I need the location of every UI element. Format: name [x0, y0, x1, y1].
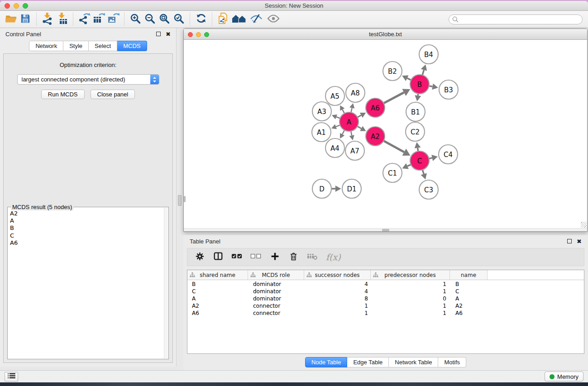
network-view-window: testGlobe.txt B4B2BB3A8A5A6A3B1AC2A1A2A4…	[183, 29, 588, 232]
delete-table-button[interactable]	[306, 251, 318, 263]
column-header-predecessor-nodes[interactable]: predecessor nodes	[371, 270, 450, 280]
delete-column-button[interactable]	[288, 252, 299, 263]
column-label: shared name	[200, 272, 235, 278]
graph-edge-B-B3[interactable]	[429, 86, 433, 86]
table-row[interactable]: Adominator80A	[187, 295, 584, 302]
graph-edge-A-A2[interactable]	[357, 126, 361, 129]
graph-edge-B-B2[interactable]	[407, 78, 411, 80]
graph-edge-C-C4[interactable]	[429, 158, 432, 159]
import-network-button[interactable]	[40, 12, 55, 27]
close-table-panel-icon[interactable]: ✖	[577, 238, 582, 244]
tab-network[interactable]: Network	[29, 41, 63, 51]
node-table-header: shared nameMCDS rolesuccessor nodesprede…	[187, 270, 584, 280]
graph-edge-B-B4[interactable]	[422, 70, 424, 75]
table-row[interactable]: A2connector11A2	[187, 302, 584, 310]
deselect-all-button[interactable]	[250, 252, 262, 262]
search-input[interactable]	[449, 14, 583, 24]
result-item[interactable]: A6	[9, 239, 163, 247]
table-row[interactable]: Bdominator41B	[187, 281, 584, 288]
zoom-selected-button[interactable]	[172, 12, 186, 27]
show-columns-button[interactable]	[213, 251, 224, 263]
tab-style[interactable]: Style	[63, 41, 89, 51]
zoom-network-button[interactable]	[204, 32, 209, 37]
zoom-out-button[interactable]	[143, 12, 157, 27]
result-item[interactable]: A2	[9, 210, 163, 217]
open-session-button[interactable]	[4, 12, 18, 27]
graph-edge-C-C2[interactable]	[418, 148, 418, 152]
graph-edge-A-A3[interactable]	[336, 117, 340, 118]
split-divider-vertical[interactable]	[177, 28, 183, 370]
memory-button[interactable]: Memory	[545, 372, 583, 381]
graph-edge-A6-B[interactable]	[384, 92, 404, 103]
tab-motifs[interactable]: Motifs	[438, 357, 466, 367]
column-model-icon	[190, 272, 195, 279]
export-table-icon	[92, 12, 105, 27]
float-panel-icon[interactable]	[156, 32, 161, 36]
create-column-button[interactable]	[269, 252, 280, 263]
zoom-fit-button[interactable]	[157, 12, 172, 27]
table-row[interactable]: A6connector11A6	[187, 310, 584, 317]
graph-edge-A-A6[interactable]	[358, 115, 361, 118]
home-view-button[interactable]	[230, 12, 248, 27]
table-panel-tabs: Node TableEdge TableNetwork TableMotifs	[305, 357, 466, 367]
result-item[interactable]: C	[9, 232, 163, 239]
vertical-scroll-thumb[interactable]	[184, 196, 186, 202]
result-scrollbar[interactable]	[164, 208, 168, 358]
zoom-window-button[interactable]	[23, 3, 28, 9]
split-divider-handle[interactable]	[178, 195, 182, 206]
graph-edge-A2-C[interactable]	[383, 141, 404, 152]
close-panel-button[interactable]: Close panel	[91, 90, 135, 99]
tab-network-table[interactable]: Network Table	[389, 357, 438, 367]
show-graphics-details-button[interactable]	[265, 12, 282, 27]
close-panel-icon[interactable]: ✖	[166, 31, 171, 37]
task-history-button[interactable]	[5, 372, 18, 381]
close-network-button[interactable]	[188, 32, 193, 37]
import-table-button[interactable]	[55, 12, 69, 27]
main-toolbar	[0, 11, 588, 28]
zoom-in-button[interactable]	[128, 12, 143, 27]
graph-edge-A-A4[interactable]	[342, 130, 344, 134]
graph-node-label-C: C	[417, 157, 422, 165]
export-table-button[interactable]	[91, 12, 106, 27]
graph-edge-A-A1[interactable]	[336, 125, 340, 127]
result-item[interactable]: B	[9, 224, 163, 232]
column-header-mcds-role[interactable]: MCDS role	[248, 270, 304, 280]
network-canvas[interactable]: B4B2BB3A8A5A6A3B1AC2A1A2A4A7C4CC1DD1C3	[184, 40, 587, 231]
refresh-layout-button[interactable]	[194, 12, 208, 27]
tab-node-table[interactable]: Node Table	[305, 357, 348, 367]
export-image-button[interactable]	[106, 12, 120, 27]
column-header-successor-nodes[interactable]: successor nodes	[304, 270, 371, 280]
hide-graphics-details-button[interactable]	[248, 12, 265, 27]
function-builder-button[interactable]: f(x)	[326, 252, 341, 262]
tab-mcds[interactable]: MCDS	[117, 41, 147, 51]
export-network-button[interactable]	[77, 12, 91, 27]
horizontal-scrollbar[interactable]	[184, 228, 587, 231]
graph-edge-C-C1[interactable]	[407, 165, 411, 167]
network-window-controls	[188, 32, 209, 37]
horizontal-scroll-thumb[interactable]	[382, 229, 389, 231]
copy-network-view-button[interactable]	[216, 12, 230, 27]
criterion-select[interactable]: largest connected component (directed)	[17, 74, 159, 85]
floppy-disk-icon	[20, 13, 31, 26]
table-settings-button[interactable]	[194, 252, 205, 263]
result-item[interactable]: A	[9, 217, 163, 224]
tab-edge-table[interactable]: Edge Table	[347, 357, 389, 367]
graph-edge-A-A5[interactable]	[342, 110, 344, 113]
select-all-button[interactable]	[231, 252, 243, 262]
run-mcds-button[interactable]: Run MCDS	[41, 90, 85, 99]
minimize-window-button[interactable]	[14, 3, 19, 9]
column-header-name[interactable]: name	[450, 270, 488, 280]
save-session-button[interactable]	[18, 12, 33, 27]
tab-select[interactable]: Select	[89, 41, 117, 51]
home-icon	[232, 13, 246, 26]
resize-grip-icon[interactable]	[581, 222, 587, 228]
network-graph[interactable]: B4B2BB3A8A5A6A3B1AC2A1A2A4A7C4CC1DD1C3	[184, 40, 587, 228]
graph-edge-A-A7[interactable]	[351, 131, 352, 136]
graph-edge-C-C3[interactable]	[422, 170, 424, 174]
close-window-button[interactable]	[5, 3, 10, 9]
table-row[interactable]: Cdominator41C	[187, 288, 584, 295]
float-table-panel-icon[interactable]	[567, 239, 572, 243]
column-header-shared-name[interactable]: shared name	[187, 270, 248, 280]
minimize-network-button[interactable]	[196, 32, 201, 37]
graph-edge-A-A8[interactable]	[351, 108, 352, 112]
